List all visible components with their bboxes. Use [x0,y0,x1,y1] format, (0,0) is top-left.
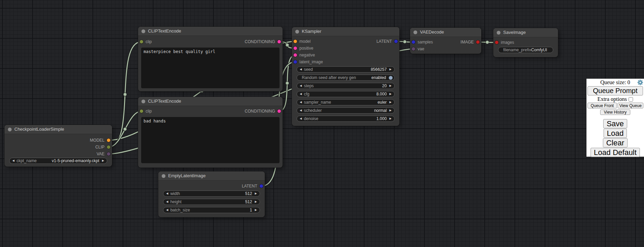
widget-value: 20 [382,83,386,88]
decrement-arrow-icon[interactable]: ◀ [163,207,168,213]
load-default-button[interactable]: Load Default [591,148,640,157]
vae-input-port[interactable] [412,47,415,51]
prompt-textarea[interactable]: bad hands [141,117,280,163]
collapse-dot-icon[interactable] [295,30,299,34]
decrement-arrow-icon[interactable]: ◀ [163,199,168,205]
node-title-bar[interactable]: CheckpointLoaderSimple [4,125,112,134]
link-midpoint-dot [486,41,489,44]
decrement-arrow-icon[interactable]: ◀ [297,91,302,97]
settings-gear-icon[interactable] [637,80,643,85]
decrement-arrow-icon[interactable]: ◀ [163,191,168,197]
node-clip-text-encode-negative[interactable]: CLIPTextEncodeclipCONDITIONINGbad hands [138,97,283,168]
collapse-dot-icon[interactable] [497,31,500,35]
widget-sampler-name[interactable]: ◀sampler_nameeuler▶ [297,99,395,105]
queue-front-button[interactable]: Queue Front [587,103,617,108]
samples-input-port[interactable] [412,40,415,44]
node-title-bar[interactable]: CLIPTextEncode [138,27,283,36]
widget-filename-prefix[interactable]: filename_prefixComfyUI [498,47,553,53]
increment-arrow-icon[interactable]: ▶ [255,191,260,197]
collapse-dot-icon[interactable] [141,100,145,103]
save-button[interactable]: Save [603,119,627,128]
widget-value: normal [374,108,387,113]
increment-arrow-icon[interactable]: ▶ [389,83,394,89]
positive-input-port[interactable] [294,47,297,50]
seed-toggle-icon[interactable] [389,76,393,80]
widget-denoise[interactable]: ◀denoise1.000▶ [297,116,395,122]
prompt-textarea[interactable]: masterpiece best quality girl [141,48,280,88]
node-title-bar[interactable]: KSampler [292,27,399,36]
node-empty-latent-image[interactable]: EmptyLatentImageLATENT◀width512▶◀height5… [158,171,265,217]
widget-label: ckpt_name [16,158,37,163]
widget-batch-size[interactable]: ◀batch_size1▶ [163,207,260,213]
decrement-arrow-icon[interactable]: ◀ [10,158,14,164]
load-button[interactable]: Load [604,129,627,138]
increment-arrow-icon[interactable]: ▶ [255,199,260,205]
node-title-bar[interactable]: CLIPTextEncode [138,97,283,106]
clear-button[interactable]: Clear [603,138,628,147]
output-slot-label: IMAGE [460,40,474,44]
collapse-dot-icon[interactable] [413,30,417,34]
output-slot-label: VAE [97,152,104,156]
increment-arrow-icon[interactable]: ▶ [389,99,394,105]
node-vae-decode[interactable]: VAEDecodesamplesvaeIMAGE [410,28,481,54]
decrement-arrow-icon[interactable]: ◀ [297,83,302,89]
view-queue-button[interactable]: View Queue [618,103,643,108]
clip-output-slot: CLIP [95,144,112,150]
collapse-dot-icon[interactable] [162,174,165,178]
clip-input-port[interactable] [140,109,143,113]
widget-width[interactable]: ◀width512▶ [163,191,260,197]
widget-height[interactable]: ◀height512▶ [163,199,260,205]
node-title-text: CLIPTextEncode [148,99,181,104]
node-title-bar[interactable]: SaveImage [493,28,558,37]
increment-arrow-icon[interactable]: ▶ [255,207,260,213]
queue-prompt-button[interactable]: Queue Prompt [587,86,643,95]
input-slot-label: positive [299,46,313,51]
latent-image-input-port[interactable] [294,60,297,64]
conditioning-output-slot: CONDITIONING [245,108,283,114]
view-history-button[interactable]: View History [600,109,630,115]
collapse-dot-icon[interactable] [141,29,145,33]
widget-scheduler[interactable]: ◀schedulernormal▶ [297,107,395,114]
node-save-image[interactable]: SaveImageimagesfilename_prefixComfyUI [493,28,558,57]
increment-arrow-icon[interactable]: ▶ [389,107,394,114]
node-graph-canvas[interactable]: CheckpointLoaderSimpleMODELCLIPVAE◀ckpt_… [0,0,644,247]
node-clip-text-encode-positive[interactable]: CLIPTextEncodeclipCONDITIONINGmasterpiec… [138,27,283,91]
extra-options-checkbox[interactable] [629,97,633,102]
vae-output-port[interactable] [107,152,110,156]
widget-cfg[interactable]: ◀cfg8.000▶ [297,91,395,97]
node-title-text: CLIPTextEncode [148,28,181,34]
increment-arrow-icon[interactable]: ▶ [389,91,394,97]
widget-steps[interactable]: ◀steps20▶ [297,83,395,89]
decrement-arrow-icon[interactable]: ◀ [297,99,302,105]
model-output-port[interactable] [107,139,110,142]
node-title-bar[interactable]: VAEDecode [410,28,481,37]
decrement-arrow-icon[interactable]: ◀ [297,116,302,122]
model-input-port[interactable] [294,40,297,43]
increment-arrow-icon[interactable]: ▶ [389,116,394,122]
decrement-arrow-icon[interactable]: ◀ [297,66,302,73]
decrement-arrow-icon[interactable]: ◀ [297,107,302,114]
negative-input-port[interactable] [294,53,297,57]
conditioning-output-port[interactable] [277,40,281,43]
samples-input-slot: samples [410,39,433,45]
image-output-port[interactable] [476,40,480,44]
images-input-port[interactable] [495,41,498,44]
node-ksampler[interactable]: KSamplermodelpositivenegativelatent_imag… [292,27,399,126]
node-title-bar[interactable]: EmptyLatentImage [158,171,265,181]
widget-ckpt-name[interactable]: ◀ckpt_namev1-5-pruned-emaonly.ckpt▶ [9,158,107,164]
latent-output-port[interactable] [260,184,263,188]
latent-output-port[interactable] [394,40,398,43]
clip-input-port[interactable] [140,40,143,43]
widget-random-seed-after-every-gen[interactable]: Random seed after every genenabled [297,75,395,81]
increment-arrow-icon[interactable]: ▶ [102,158,107,164]
widget-label: width [170,191,180,196]
widget-value: 8.000 [376,92,387,96]
collapse-dot-icon[interactable] [8,128,12,131]
increment-arrow-icon[interactable]: ▶ [389,66,394,73]
clip-output-port[interactable] [107,145,110,149]
node-checkpoint-loader[interactable]: CheckpointLoaderSimpleMODELCLIPVAE◀ckpt_… [4,125,112,167]
conditioning-output-port[interactable] [277,109,281,113]
clip-input-slot: clip [138,39,152,45]
widget-seed[interactable]: ◀seed8566257▶ [297,66,395,73]
model-input-slot: model [292,38,311,44]
